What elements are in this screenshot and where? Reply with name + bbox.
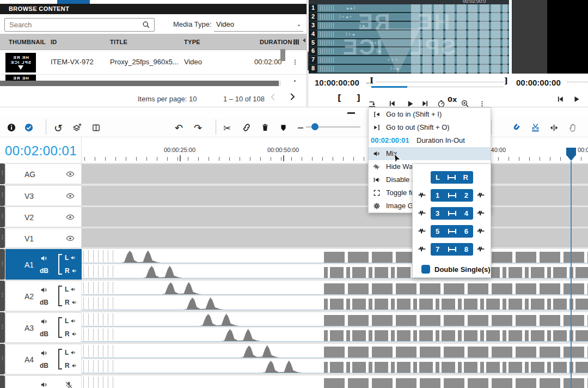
row-kebab-icon[interactable] <box>292 57 298 68</box>
audio-lane-right-a3[interactable] <box>82 328 588 342</box>
track-header-body[interactable]: VO <box>5 375 82 388</box>
items-per-page-label[interactable]: Items per page: 10 <box>138 95 197 103</box>
left-channel-label[interactable]: L <box>65 286 76 293</box>
visibility-eye-icon[interactable] <box>65 192 76 200</box>
vertical-scrollbar[interactable] <box>280 49 285 61</box>
right-channel-speaker-icon[interactable] <box>71 300 77 305</box>
set-out-button[interactable]: ] <box>357 94 360 102</box>
track-drag-handle[interactable]: ⋮ <box>0 344 5 374</box>
audio-lane-right-a2[interactable] <box>82 296 588 310</box>
track-header-a3[interactable]: ⋮A3dBL R <box>0 312 82 343</box>
menu-item-duration-in-out[interactable]: 00:02:00:01Duration In-Out <box>369 134 491 147</box>
track-header-body[interactable]: A4dBL R <box>5 344 82 374</box>
playhead-line[interactable] <box>571 161 572 388</box>
track-db-label[interactable]: dB <box>40 267 48 275</box>
track-header-a2[interactable]: ⋮A2dBL R <box>0 281 82 311</box>
right-channel-speaker-icon[interactable] <box>71 363 77 368</box>
record-previous-frame-button[interactable] <box>556 95 564 103</box>
double-singles-checkbox[interactable] <box>421 265 430 274</box>
right-channel-label[interactable]: R <box>65 330 77 338</box>
track-header-vo[interactable]: ⋮VO <box>0 375 82 388</box>
track-drag-handle[interactable]: ⋮ <box>0 281 5 311</box>
add-layer-button[interactable] <box>72 123 82 133</box>
add-marker-button[interactable] <box>279 124 287 132</box>
track-db-label[interactable]: dB <box>40 362 48 369</box>
next-frame-button[interactable] <box>421 100 429 107</box>
track-drag-handle[interactable]: ⋮ <box>0 163 5 184</box>
previous-page-icon[interactable] <box>269 93 278 101</box>
timeline-timecode[interactable]: 00:02:00:01 <box>5 143 77 159</box>
collapse-panel-icon[interactable] <box>303 38 305 43</box>
table-row[interactable]: HE RE SPL ICE ITEM-VX-972 Proxy_25fps_96… <box>0 50 307 75</box>
track-mute-icon[interactable] <box>40 349 48 357</box>
source-timecode[interactable]: 10:00:00:00 <box>315 78 359 87</box>
right-channel-label[interactable]: R <box>65 267 77 275</box>
record-play-button[interactable] <box>573 95 580 103</box>
right-channel-speaker-icon[interactable] <box>71 268 77 274</box>
track-header-a1[interactable]: ⋮A1dBL R <box>0 249 82 280</box>
trim-tool-button[interactable] <box>549 123 559 132</box>
next-page-icon[interactable] <box>287 92 297 101</box>
search-icon[interactable] <box>142 21 150 29</box>
scrub-bar[interactable] <box>377 82 503 82</box>
left-channel-label[interactable]: L <box>65 317 76 325</box>
col-type[interactable]: TYPE <box>184 39 200 45</box>
playback-speed-value[interactable]: 0x <box>448 96 457 103</box>
track-header-body[interactable]: V1 <box>5 228 82 248</box>
row-thumbnail[interactable]: HE RE SPL ICE <box>5 53 36 72</box>
info-button[interactable] <box>7 123 16 132</box>
track-drag-handle[interactable]: ⋮ <box>0 249 5 280</box>
visibility-eye-icon[interactable] <box>65 213 76 221</box>
scrub-in-marker[interactable]: I <box>370 76 373 86</box>
video-clip-ag[interactable] <box>82 164 588 184</box>
snap-button[interactable] <box>511 123 520 132</box>
track-drag-handle[interactable]: ⋮ <box>0 312 5 343</box>
timeline-ruler[interactable]: 00:00:25:0000:00:50:0000:01:15:0000:01:4… <box>82 137 588 163</box>
left-channel-speaker-icon[interactable] <box>70 318 76 324</box>
track-header-ag[interactable]: ⋮AG <box>0 163 82 184</box>
track-db-label[interactable]: dB <box>40 299 48 306</box>
visibility-eye-icon[interactable] <box>65 234 76 242</box>
delete-button[interactable] <box>261 123 270 132</box>
track-mute-icon[interactable] <box>40 286 48 294</box>
track-mute-icon[interactable] <box>40 254 48 262</box>
track-header-v3[interactable]: ⋮V3 <box>0 185 82 206</box>
source-player-viewport[interactable]: 00:02:00:0 1▸▸ǀ2ǀ+◂+3+▸4ǀ+◂5⊣+ǀ6ǀ▸7+++8ǀ… <box>309 0 509 74</box>
player-more-options-icon[interactable] <box>479 100 486 107</box>
visibility-eye-icon[interactable] <box>65 170 76 178</box>
audio-lane-left-a2[interactable] <box>82 281 588 295</box>
track-mute-icon[interactable] <box>40 381 48 388</box>
video-clip-v2[interactable] <box>82 207 588 227</box>
link-clips-button[interactable] <box>242 123 252 132</box>
track-header-body[interactable]: A2dBL R <box>5 281 82 311</box>
track-header-body[interactable]: A3dBL R <box>5 312 82 343</box>
track-header-body[interactable]: V2 <box>5 207 82 227</box>
cut-button[interactable]: ✂ <box>223 124 231 133</box>
record-player-viewport[interactable] <box>512 0 588 74</box>
audio-lane-left-a4[interactable] <box>82 344 588 358</box>
panel-tab[interactable] <box>57 0 90 4</box>
track-header-v2[interactable]: ⋮V2 <box>0 207 82 227</box>
menu-item-go-to-out-shift-o[interactable]: Go to out (Shift + O) <box>369 121 491 134</box>
track-drag-handle[interactable]: ⋮ <box>0 185 5 206</box>
menu-item-go-to-in-shift-i[interactable]: Go to in (Shift + I) <box>369 108 491 121</box>
track-mute-icon[interactable] <box>40 318 48 325</box>
scrub-out-marker[interactable]: ] <box>504 76 508 86</box>
audio-lane-left-a3[interactable] <box>82 312 588 326</box>
media-type-select[interactable]: Video <box>216 20 234 28</box>
col-thumbnail[interactable]: THUMBNAIL <box>9 39 46 45</box>
pan-tool-button[interactable] <box>568 123 578 132</box>
audio-lane-left-a1[interactable] <box>82 249 588 263</box>
track-db-label[interactable]: dB <box>40 330 48 338</box>
dual-view-button[interactable] <box>91 123 101 132</box>
zoom-out-button[interactable]: − <box>297 124 304 132</box>
reset-button[interactable]: ↺ <box>54 123 63 134</box>
right-channel-label[interactable]: R <box>65 299 77 306</box>
pair-button-l-r[interactable]: LR <box>431 171 473 184</box>
search-input[interactable] <box>5 19 136 31</box>
track-header-body[interactable]: V3 <box>5 185 82 206</box>
left-channel-speaker-icon[interactable] <box>70 287 76 292</box>
track-header-body[interactable]: AG <box>5 163 82 184</box>
left-channel-label[interactable]: L <box>65 254 76 262</box>
set-in-button[interactable]: [ <box>338 94 341 102</box>
